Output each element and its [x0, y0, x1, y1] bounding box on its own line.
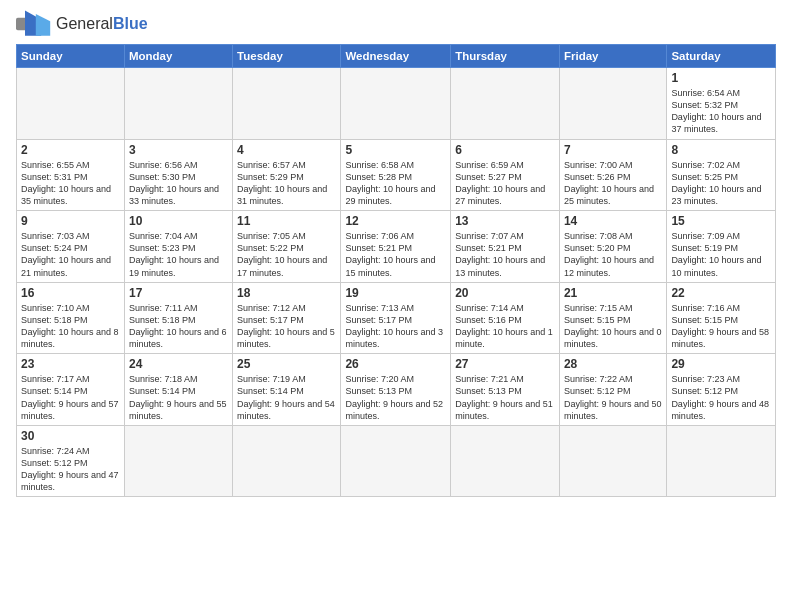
week-row-5: 23 Sunrise: 7:17 AMSunset: 5:14 PMDaylig… — [17, 354, 776, 426]
calendar-cell-2: 2 Sunrise: 6:55 AMSunset: 5:31 PMDayligh… — [17, 139, 125, 211]
day-info: Sunrise: 7:08 AMSunset: 5:20 PMDaylight:… — [564, 230, 662, 279]
day-number: 23 — [21, 357, 120, 371]
calendar-cell-24: 24 Sunrise: 7:18 AMSunset: 5:14 PMDaylig… — [124, 354, 232, 426]
day-info: Sunrise: 7:12 AMSunset: 5:17 PMDaylight:… — [237, 302, 336, 351]
calendar-cell-4: 4 Sunrise: 6:57 AMSunset: 5:29 PMDayligh… — [233, 139, 341, 211]
calendar-cell-8: 8 Sunrise: 7:02 AMSunset: 5:25 PMDayligh… — [667, 139, 776, 211]
day-number: 17 — [129, 286, 228, 300]
day-number: 22 — [671, 286, 771, 300]
calendar-cell-15: 15 Sunrise: 7:09 AMSunset: 5:19 PMDaylig… — [667, 211, 776, 283]
day-number: 20 — [455, 286, 555, 300]
day-info: Sunrise: 7:19 AMSunset: 5:14 PMDaylight:… — [237, 373, 336, 422]
day-info: Sunrise: 7:11 AMSunset: 5:18 PMDaylight:… — [129, 302, 228, 351]
calendar-cell-17: 17 Sunrise: 7:11 AMSunset: 5:18 PMDaylig… — [124, 282, 232, 354]
calendar-cell-10: 10 Sunrise: 7:04 AMSunset: 5:23 PMDaylig… — [124, 211, 232, 283]
calendar-cell-9: 9 Sunrise: 7:03 AMSunset: 5:24 PMDayligh… — [17, 211, 125, 283]
day-number: 5 — [345, 143, 446, 157]
calendar-table: SundayMondayTuesdayWednesdayThursdayFrid… — [16, 44, 776, 497]
day-number: 24 — [129, 357, 228, 371]
calendar-cell-empty — [451, 68, 560, 140]
day-info: Sunrise: 7:02 AMSunset: 5:25 PMDaylight:… — [671, 159, 771, 208]
day-number: 4 — [237, 143, 336, 157]
week-row-6: 30 Sunrise: 7:24 AMSunset: 5:12 PMDaylig… — [17, 425, 776, 497]
day-info: Sunrise: 6:58 AMSunset: 5:28 PMDaylight:… — [345, 159, 446, 208]
day-number: 3 — [129, 143, 228, 157]
day-number: 27 — [455, 357, 555, 371]
week-row-2: 2 Sunrise: 6:55 AMSunset: 5:31 PMDayligh… — [17, 139, 776, 211]
calendar-cell-7: 7 Sunrise: 7:00 AMSunset: 5:26 PMDayligh… — [559, 139, 666, 211]
calendar-cell-empty — [233, 425, 341, 497]
calendar-cell-empty — [341, 425, 451, 497]
weekday-header-saturday: Saturday — [667, 45, 776, 68]
day-info: Sunrise: 7:03 AMSunset: 5:24 PMDaylight:… — [21, 230, 120, 279]
day-number: 18 — [237, 286, 336, 300]
day-info: Sunrise: 7:10 AMSunset: 5:18 PMDaylight:… — [21, 302, 120, 351]
calendar-cell-27: 27 Sunrise: 7:21 AMSunset: 5:13 PMDaylig… — [451, 354, 560, 426]
day-info: Sunrise: 7:21 AMSunset: 5:13 PMDaylight:… — [455, 373, 555, 422]
day-number: 25 — [237, 357, 336, 371]
day-info: Sunrise: 6:54 AMSunset: 5:32 PMDaylight:… — [671, 87, 771, 136]
day-info: Sunrise: 6:57 AMSunset: 5:29 PMDaylight:… — [237, 159, 336, 208]
calendar-cell-16: 16 Sunrise: 7:10 AMSunset: 5:18 PMDaylig… — [17, 282, 125, 354]
calendar-cell-11: 11 Sunrise: 7:05 AMSunset: 5:22 PMDaylig… — [233, 211, 341, 283]
calendar-cell-12: 12 Sunrise: 7:06 AMSunset: 5:21 PMDaylig… — [341, 211, 451, 283]
calendar-cell-empty — [559, 425, 666, 497]
day-info: Sunrise: 7:20 AMSunset: 5:13 PMDaylight:… — [345, 373, 446, 422]
week-row-4: 16 Sunrise: 7:10 AMSunset: 5:18 PMDaylig… — [17, 282, 776, 354]
day-number: 21 — [564, 286, 662, 300]
weekday-header-friday: Friday — [559, 45, 666, 68]
calendar-cell-25: 25 Sunrise: 7:19 AMSunset: 5:14 PMDaylig… — [233, 354, 341, 426]
day-number: 28 — [564, 357, 662, 371]
day-number: 26 — [345, 357, 446, 371]
logo-icon — [16, 10, 52, 38]
weekday-header-row: SundayMondayTuesdayWednesdayThursdayFrid… — [17, 45, 776, 68]
day-number: 15 — [671, 214, 771, 228]
calendar-cell-empty — [559, 68, 666, 140]
day-info: Sunrise: 7:16 AMSunset: 5:15 PMDaylight:… — [671, 302, 771, 351]
calendar-cell-1: 1 Sunrise: 6:54 AMSunset: 5:32 PMDayligh… — [667, 68, 776, 140]
day-info: Sunrise: 7:22 AMSunset: 5:12 PMDaylight:… — [564, 373, 662, 422]
day-info: Sunrise: 7:07 AMSunset: 5:21 PMDaylight:… — [455, 230, 555, 279]
day-info: Sunrise: 7:00 AMSunset: 5:26 PMDaylight:… — [564, 159, 662, 208]
weekday-header-thursday: Thursday — [451, 45, 560, 68]
calendar-cell-28: 28 Sunrise: 7:22 AMSunset: 5:12 PMDaylig… — [559, 354, 666, 426]
calendar-cell-empty — [124, 425, 232, 497]
day-number: 8 — [671, 143, 771, 157]
logo: GeneralBlue — [16, 10, 148, 38]
day-info: Sunrise: 7:06 AMSunset: 5:21 PMDaylight:… — [345, 230, 446, 279]
calendar-cell-20: 20 Sunrise: 7:14 AMSunset: 5:16 PMDaylig… — [451, 282, 560, 354]
day-number: 13 — [455, 214, 555, 228]
calendar-cell-26: 26 Sunrise: 7:20 AMSunset: 5:13 PMDaylig… — [341, 354, 451, 426]
calendar-cell-19: 19 Sunrise: 7:13 AMSunset: 5:17 PMDaylig… — [341, 282, 451, 354]
day-info: Sunrise: 7:05 AMSunset: 5:22 PMDaylight:… — [237, 230, 336, 279]
week-row-1: 1 Sunrise: 6:54 AMSunset: 5:32 PMDayligh… — [17, 68, 776, 140]
day-number: 29 — [671, 357, 771, 371]
day-info: Sunrise: 6:56 AMSunset: 5:30 PMDaylight:… — [129, 159, 228, 208]
day-info: Sunrise: 7:13 AMSunset: 5:17 PMDaylight:… — [345, 302, 446, 351]
day-info: Sunrise: 7:14 AMSunset: 5:16 PMDaylight:… — [455, 302, 555, 351]
day-number: 2 — [21, 143, 120, 157]
weekday-header-wednesday: Wednesday — [341, 45, 451, 68]
day-info: Sunrise: 7:09 AMSunset: 5:19 PMDaylight:… — [671, 230, 771, 279]
day-number: 16 — [21, 286, 120, 300]
calendar-cell-13: 13 Sunrise: 7:07 AMSunset: 5:21 PMDaylig… — [451, 211, 560, 283]
calendar-cell-6: 6 Sunrise: 6:59 AMSunset: 5:27 PMDayligh… — [451, 139, 560, 211]
calendar-cell-3: 3 Sunrise: 6:56 AMSunset: 5:30 PMDayligh… — [124, 139, 232, 211]
day-number: 14 — [564, 214, 662, 228]
day-number: 6 — [455, 143, 555, 157]
day-number: 30 — [21, 429, 120, 443]
page-header: GeneralBlue — [16, 10, 776, 38]
calendar-cell-21: 21 Sunrise: 7:15 AMSunset: 5:15 PMDaylig… — [559, 282, 666, 354]
day-info: Sunrise: 6:59 AMSunset: 5:27 PMDaylight:… — [455, 159, 555, 208]
week-row-3: 9 Sunrise: 7:03 AMSunset: 5:24 PMDayligh… — [17, 211, 776, 283]
calendar-cell-23: 23 Sunrise: 7:17 AMSunset: 5:14 PMDaylig… — [17, 354, 125, 426]
day-info: Sunrise: 7:17 AMSunset: 5:14 PMDaylight:… — [21, 373, 120, 422]
weekday-header-sunday: Sunday — [17, 45, 125, 68]
calendar-cell-30: 30 Sunrise: 7:24 AMSunset: 5:12 PMDaylig… — [17, 425, 125, 497]
calendar-cell-18: 18 Sunrise: 7:12 AMSunset: 5:17 PMDaylig… — [233, 282, 341, 354]
day-info: Sunrise: 7:15 AMSunset: 5:15 PMDaylight:… — [564, 302, 662, 351]
day-number: 12 — [345, 214, 446, 228]
day-info: Sunrise: 7:04 AMSunset: 5:23 PMDaylight:… — [129, 230, 228, 279]
calendar-cell-29: 29 Sunrise: 7:23 AMSunset: 5:12 PMDaylig… — [667, 354, 776, 426]
weekday-header-monday: Monday — [124, 45, 232, 68]
